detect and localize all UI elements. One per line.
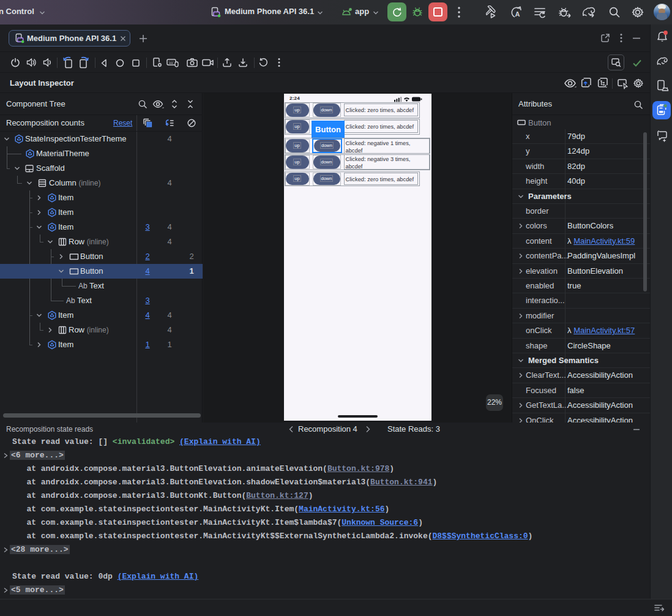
- svg-text:A: A: [515, 10, 520, 18]
